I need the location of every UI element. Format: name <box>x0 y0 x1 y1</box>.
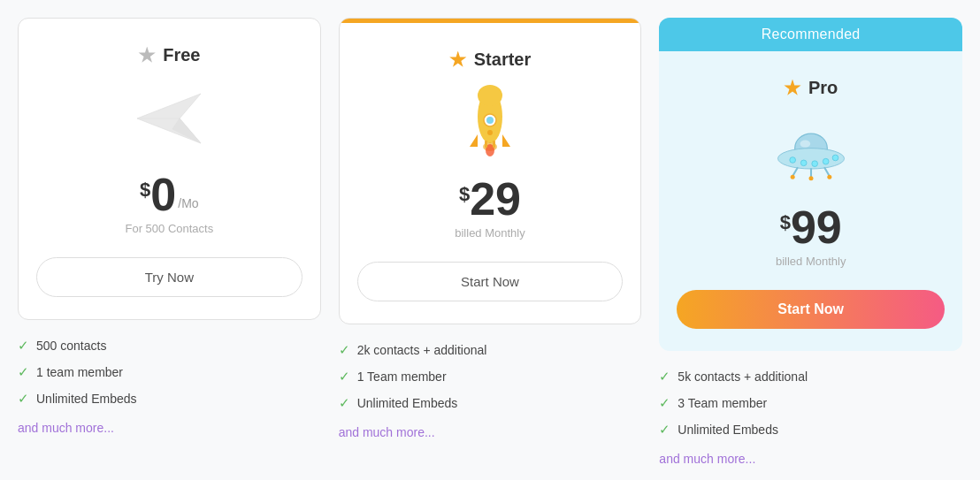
feature-free-1: ✓ 1 team member <box>18 364 321 380</box>
more-link-anchor-starter[interactable]: and much more... <box>339 425 435 439</box>
plan-title-row-starter: Starter <box>449 50 531 70</box>
price-amount-free: 0 <box>150 171 176 217</box>
svg-point-28 <box>808 176 813 180</box>
price-period-free: /Mo <box>178 196 198 210</box>
price-row-free: $ 0 /Mo <box>140 171 199 217</box>
features-list-free: ✓ 500 contacts ✓ 1 team member ✓ Unlimit… <box>18 338 321 446</box>
svg-point-6 <box>486 117 494 124</box>
plan-icon-pro <box>767 116 855 187</box>
price-dollar-starter: $ <box>459 183 470 206</box>
check-icon: ✓ <box>659 369 670 385</box>
svg-point-29 <box>827 175 831 179</box>
svg-marker-7 <box>470 134 478 147</box>
check-icon: ✓ <box>18 391 29 407</box>
plan-wrapper-pro: Recommended Pro <box>659 18 962 476</box>
more-link-anchor-free[interactable]: and much more... <box>18 421 114 435</box>
check-icon: ✓ <box>339 342 350 358</box>
rocket-icon <box>459 83 521 163</box>
svg-point-13 <box>487 130 493 135</box>
pricing-container: Free $ 0 /Mo For 500 Contacts Try Now ✓ … <box>18 18 962 476</box>
feature-pro-1: ✓ 3 Team member <box>659 395 962 411</box>
svg-point-21 <box>823 158 829 164</box>
star-icon-free <box>138 47 156 65</box>
feature-starter-1: ✓ 1 Team member <box>339 369 642 385</box>
price-sub-free: For 500 Contacts <box>125 222 213 235</box>
price-sub-starter: billed Monthly <box>455 226 525 240</box>
svg-point-18 <box>790 157 796 164</box>
check-icon: ✓ <box>659 395 670 411</box>
price-row-starter: $ 29 <box>459 176 521 222</box>
plan-wrapper-free: Free $ 0 /Mo For 500 Contacts Try Now ✓ … <box>18 18 321 446</box>
svg-marker-8 <box>502 134 510 147</box>
price-dollar-pro: $ <box>780 211 791 234</box>
feature-starter-0: ✓ 2k contacts + additional <box>339 342 642 358</box>
check-icon: ✓ <box>18 364 29 380</box>
plan-title-row-pro: Pro <box>784 78 838 98</box>
recommended-badge: Recommended <box>659 18 962 51</box>
ufo-icon <box>767 116 855 187</box>
features-list-pro: ✓ 5k contacts + additional ✓ 3 Team memb… <box>659 369 962 476</box>
start-now-button-starter[interactable]: Start Now <box>357 262 624 301</box>
svg-rect-12 <box>493 141 495 148</box>
check-icon: ✓ <box>18 338 29 354</box>
feature-free-0: ✓ 500 contacts <box>18 338 321 354</box>
svg-rect-11 <box>485 141 487 148</box>
plan-card-free: Free $ 0 /Mo For 500 Contacts Try Now <box>18 18 321 320</box>
feature-pro-2: ✓ Unlimited Embeds <box>659 422 962 438</box>
feature-starter-2: ✓ Unlimited Embeds <box>339 395 642 411</box>
plan-title-starter: Starter <box>474 50 531 70</box>
svg-point-4 <box>478 85 502 106</box>
plan-title-row-free: Free <box>138 45 200 65</box>
svg-point-27 <box>790 175 794 179</box>
plan-card-starter: Starter <box>339 18 642 324</box>
plan-icon-starter <box>459 88 521 158</box>
check-icon: ✓ <box>339 369 350 385</box>
feature-free-2: ✓ Unlimited Embeds <box>18 391 321 407</box>
plan-icon-free <box>134 83 204 154</box>
price-dollar-free: $ <box>140 179 150 202</box>
paper-plane-icon <box>134 88 204 149</box>
more-link-starter[interactable]: and much more... <box>339 422 642 439</box>
svg-point-19 <box>800 160 807 166</box>
top-bar-starter <box>340 19 641 23</box>
check-icon: ✓ <box>659 422 670 438</box>
star-icon-pro <box>784 80 801 97</box>
price-amount-starter: 29 <box>470 176 521 222</box>
more-link-anchor-pro[interactable]: and much more... <box>659 452 755 466</box>
more-link-free[interactable]: and much more... <box>18 417 321 435</box>
start-now-button-pro[interactable]: Start Now <box>677 290 945 329</box>
plan-wrapper-starter: Starter <box>339 18 642 450</box>
plan-title-pro: Pro <box>808 78 838 98</box>
svg-point-20 <box>812 161 818 167</box>
svg-point-23 <box>800 141 810 148</box>
check-icon: ✓ <box>339 395 350 411</box>
plan-card-pro: Pro <box>659 51 962 351</box>
svg-marker-1 <box>172 118 201 143</box>
features-list-starter: ✓ 2k contacts + additional ✓ 1 Team memb… <box>339 342 642 450</box>
price-amount-pro: 99 <box>791 204 842 250</box>
feature-pro-0: ✓ 5k contacts + additional <box>659 369 962 385</box>
price-row-pro: $ 99 <box>780 204 842 250</box>
price-sub-pro: billed Monthly <box>776 255 846 268</box>
plan-title-free: Free <box>163 45 200 65</box>
star-icon-starter <box>449 51 467 69</box>
try-now-button[interactable]: Try Now <box>36 257 302 297</box>
svg-point-22 <box>832 155 838 161</box>
more-link-pro[interactable]: and much more... <box>659 448 962 466</box>
